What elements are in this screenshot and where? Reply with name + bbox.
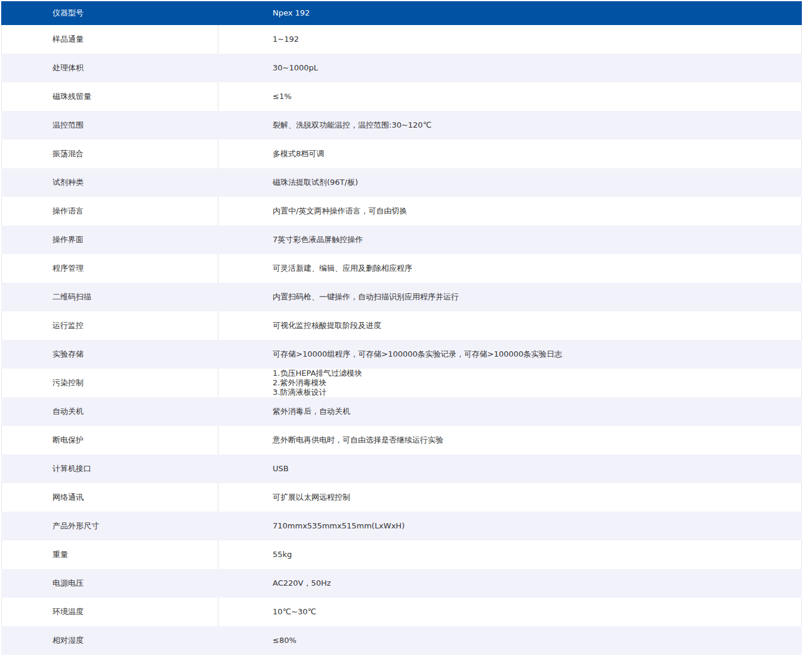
spec-label: 操作界面 <box>1 225 218 254</box>
spec-label: 处理体积 <box>1 54 218 82</box>
spec-label: 试剂种类 <box>1 168 218 197</box>
spec-value: 1.负压HEPA排气过滤模块2.紫外消毒模块3.防滴液板设计 <box>218 369 802 397</box>
spec-label: 重量 <box>1 540 218 569</box>
spec-value: 55kg <box>218 540 802 569</box>
spec-label: 程序管理 <box>1 254 218 283</box>
table-row: 断电保护 意外断电再供电时，可自由选择是否继续运行实验 <box>1 426 802 454</box>
header-model-label: 仪器型号 <box>1 1 218 25</box>
spec-value: 可视化监控核酸提取阶段及进度 <box>218 311 802 340</box>
table-header-row: 仪器型号 Npex 192 <box>1 1 802 25</box>
table-row: 样品通量 1~192 <box>1 25 802 54</box>
spec-label: 网络通讯 <box>1 483 218 512</box>
spec-value: 30~1000pL <box>218 54 802 82</box>
spec-value: 裂解、洗脱双功能温控，温控范围:30~120℃ <box>218 111 802 140</box>
spec-value: 意外断电再供电时，可自由选择是否继续运行实验 <box>218 426 802 454</box>
spec-label: 计算机接口 <box>1 454 218 483</box>
table-row: 振荡混合 多模式8档可调 <box>1 140 802 168</box>
table-row: 程序管理 可灵活新建、编辑、应用及删除相应程序 <box>1 254 802 283</box>
table-row: 温控范围 裂解、洗脱双功能温控，温控范围:30~120℃ <box>1 111 802 140</box>
header-model-value: Npex 192 <box>218 1 802 25</box>
table-row: 污染控制 1.负压HEPA排气过滤模块2.紫外消毒模块3.防滴液板设计 <box>1 369 802 397</box>
table-row: 二维码扫描 内置扫码枪、一键操作，自动扫描识别应用程序并运行 <box>1 283 802 311</box>
spec-value: 7英寸彩色液晶屏触控操作 <box>218 225 802 254</box>
spec-label: 样品通量 <box>1 25 218 54</box>
spec-label: 温控范围 <box>1 111 218 140</box>
spec-label: 操作语言 <box>1 197 218 225</box>
spec-value-line: 1.负压HEPA排气过滤模块 <box>273 369 362 378</box>
table-row: 电源电压 AC220V，50Hz <box>1 569 802 598</box>
spec-label: 污染控制 <box>1 369 218 397</box>
table-row: 试剂种类 磁珠法提取试剂(96T/板) <box>1 168 802 197</box>
spec-value: 10℃~30℃ <box>218 598 802 626</box>
table-row: 磁珠残留量 ≤1% <box>1 82 802 111</box>
table-body: 样品通量 1~192 处理体积 30~1000pL 磁珠残留量 ≤1% 温控范围… <box>1 25 802 655</box>
table-row: 处理体积 30~1000pL <box>1 54 802 82</box>
spec-label: 自动关机 <box>1 397 218 426</box>
spec-label: 断电保护 <box>1 426 218 454</box>
spec-value: 多模式8档可调 <box>218 140 802 168</box>
spec-label: 相对湿度 <box>1 626 218 655</box>
spec-value: 可存储>10000组程序，可存储>100000条实验记录，可存储>100000条… <box>218 340 802 369</box>
spec-value: 磁珠法提取试剂(96T/板) <box>218 168 802 197</box>
spec-value: 可灵活新建、编辑、应用及删除相应程序 <box>218 254 802 283</box>
table-row: 操作界面 7英寸彩色液晶屏触控操作 <box>1 225 802 254</box>
table-row: 相对湿度 ≤80% <box>1 626 802 655</box>
spec-label: 振荡混合 <box>1 140 218 168</box>
spec-label: 实验存储 <box>1 340 218 369</box>
spec-label: 环境温度 <box>1 598 218 626</box>
spec-label: 产品外形尺寸 <box>1 512 218 540</box>
spec-value: 内置扫码枪、一键操作，自动扫描识别应用程序并运行 <box>218 283 802 311</box>
spec-table: 仪器型号 Npex 192 样品通量 1~192 处理体积 30~1000pL … <box>1 1 802 655</box>
spec-value: 内置中/英文两种操作语言，可自由切换 <box>218 197 802 225</box>
table-row: 重量 55kg <box>1 540 802 569</box>
spec-value-line: 3.防滴液板设计 <box>273 388 326 397</box>
spec-value: 1~192 <box>218 25 802 54</box>
spec-label: 二维码扫描 <box>1 283 218 311</box>
spec-value: ≤80% <box>218 626 802 655</box>
spec-value: 紫外消毒后，自动关机 <box>218 397 802 426</box>
table-row: 运行监控 可视化监控核酸提取阶段及进度 <box>1 311 802 340</box>
spec-label: 运行监控 <box>1 311 218 340</box>
table-row: 计算机接口 USB <box>1 454 802 483</box>
spec-value: USB <box>218 454 802 483</box>
table-row: 操作语言 内置中/英文两种操作语言，可自由切换 <box>1 197 802 225</box>
table-row: 自动关机 紫外消毒后，自动关机 <box>1 397 802 426</box>
table-row: 产品外形尺寸 710mmx535mmx515mm(LxWxH) <box>1 512 802 540</box>
spec-label: 磁珠残留量 <box>1 82 218 111</box>
table-row: 环境温度 10℃~30℃ <box>1 598 802 626</box>
spec-value: 可扩展以太网远程控制 <box>218 483 802 512</box>
spec-value: ≤1% <box>218 82 802 111</box>
spec-label: 电源电压 <box>1 569 218 598</box>
spec-value: 710mmx535mmx515mm(LxWxH) <box>218 512 802 540</box>
table-row: 实验存储 可存储>10000组程序，可存储>100000条实验记录，可存储>10… <box>1 340 802 369</box>
spec-value-line: 2.紫外消毒模块 <box>273 378 326 388</box>
table-row: 网络通讯 可扩展以太网远程控制 <box>1 483 802 512</box>
spec-value: AC220V，50Hz <box>218 569 802 598</box>
